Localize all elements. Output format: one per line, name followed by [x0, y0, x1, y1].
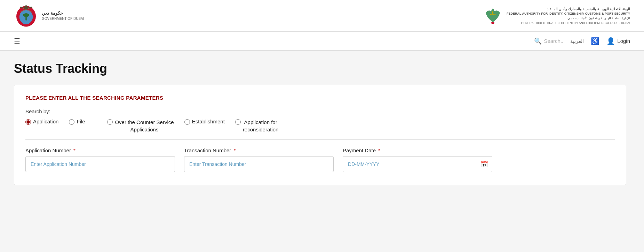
- header-top: حكومة دبي GOVERNMENT OF DUBAI الهيئة الا…: [0, 0, 644, 32]
- org-arabic-line1: الهيئة الاتحادية للهويـــة والجنسيـة وال…: [507, 6, 630, 12]
- application-number-field: Application Number *: [25, 147, 175, 172]
- org-sub-arabic-line: الإدارة العامـة للهـويـة و شـئون الأجانـ…: [507, 16, 630, 21]
- application-number-required: *: [73, 147, 75, 153]
- transaction-number-input[interactable]: [184, 156, 334, 172]
- gov-english-text: GOVERNMENT OF DUBAI: [42, 16, 84, 21]
- hamburger-menu-icon[interactable]: ☰: [14, 37, 20, 45]
- radio-establishment-label: Establishment: [192, 119, 225, 124]
- radio-establishment-input[interactable]: [184, 119, 190, 125]
- radio-application-label: Application: [33, 119, 58, 124]
- radio-otc-input[interactable]: [107, 119, 113, 125]
- date-input-wrapper: 📅: [343, 156, 492, 172]
- svg-point-8: [25, 5, 27, 8]
- payment-date-label: Payment Date *: [343, 147, 492, 153]
- radio-option-file[interactable]: File: [69, 119, 97, 125]
- application-number-input[interactable]: [25, 156, 175, 172]
- radio-option-application[interactable]: Application: [25, 119, 58, 125]
- search-icon: 🔍: [534, 37, 542, 45]
- search-by-radio-group: Application File Over the Counter Servic…: [25, 119, 615, 133]
- radio-file-label: File: [77, 119, 85, 124]
- login-user-icon: 👤: [606, 37, 615, 45]
- radio-file-input[interactable]: [69, 119, 74, 125]
- accessibility-icon[interactable]: ♿: [591, 37, 599, 45]
- navbar: ☰ 🔍 Search.. العربية ♿ 👤 Login: [0, 32, 644, 51]
- form-fields-row: Application Number * Transaction Number …: [25, 147, 615, 172]
- radio-option-establishment[interactable]: Establishment: [184, 119, 225, 125]
- radio-option-otc[interactable]: Over the Counter ServiceApplications: [107, 119, 174, 133]
- radio-reconsideration-input[interactable]: [235, 119, 241, 125]
- card-heading: PLEASE ENTER ALL THE SEARCHING PARAMETER…: [25, 95, 615, 101]
- login-area[interactable]: 👤 Login: [606, 37, 630, 45]
- radio-otc-label: Over the Counter ServiceApplications: [115, 119, 174, 133]
- org-text: الهيئة الاتحادية للهويـــة والجنسيـة وال…: [507, 6, 630, 25]
- search-card: PLEASE ENTER ALL THE SEARCHING PARAMETER…: [14, 85, 626, 185]
- svg-point-4: [23, 13, 29, 17]
- svg-point-9: [491, 22, 494, 24]
- navbar-right: 🔍 Search.. العربية ♿ 👤 Login: [534, 37, 630, 45]
- search-area[interactable]: 🔍 Search..: [534, 37, 563, 45]
- transaction-number-field: Transaction Number *: [184, 147, 334, 172]
- logo-right: الهيئة الاتحادية للهويـــة والجنسيـة وال…: [483, 6, 630, 25]
- logo-left: حكومة دبي GOVERNMENT OF DUBAI: [14, 3, 84, 28]
- form-divider: [25, 139, 615, 140]
- login-label: Login: [617, 38, 630, 44]
- org-sub-english-line: GENERAL DIRECTORATE FOR IDENTITY AND FOR…: [507, 21, 630, 25]
- radio-option-reconsideration[interactable]: Application forreconsideration: [235, 119, 279, 133]
- transaction-number-required: *: [234, 147, 236, 153]
- transaction-number-label: Transaction Number *: [184, 147, 334, 153]
- payment-date-input[interactable]: [343, 156, 492, 172]
- payment-date-required: *: [378, 147, 380, 153]
- dubai-gov-logo: [14, 3, 38, 28]
- page-title: Status Tracking: [14, 61, 630, 76]
- org-english-line: FEDERAL AUTHORITY FOR IDENTITY, CITIZENS…: [507, 12, 630, 16]
- org-logo-icon: [483, 6, 502, 25]
- gov-text: حكومة دبي GOVERNMENT OF DUBAI: [42, 10, 84, 21]
- application-number-label: Application Number *: [25, 147, 175, 153]
- gov-arabic-text: حكومة دبي: [42, 10, 84, 16]
- radio-reconsideration-label: Application forreconsideration: [243, 119, 279, 133]
- search-by-label: Search by:: [25, 108, 615, 114]
- arabic-language-button[interactable]: العربية: [570, 38, 584, 44]
- payment-date-field: Payment Date * 📅: [343, 147, 492, 172]
- main-content: Status Tracking PLEASE ENTER ALL THE SEA…: [0, 51, 644, 225]
- search-text: Search..: [544, 38, 563, 44]
- navbar-left: ☰: [14, 37, 20, 45]
- radio-application-input[interactable]: [25, 119, 31, 125]
